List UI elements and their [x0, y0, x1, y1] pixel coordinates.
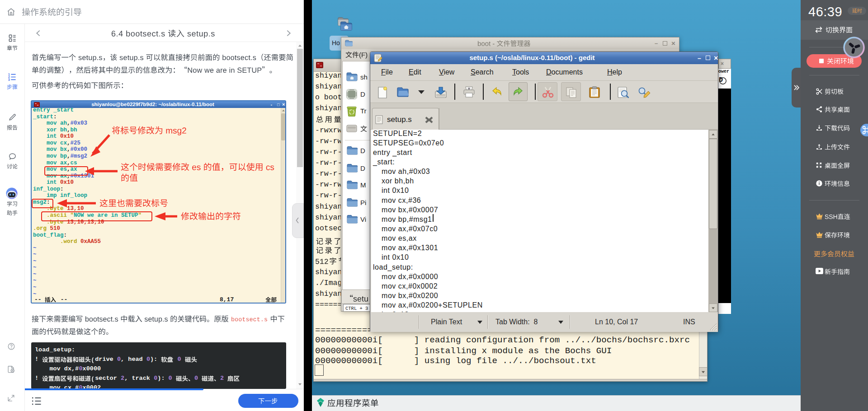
svg-text:3: 3 — [8, 78, 10, 81]
